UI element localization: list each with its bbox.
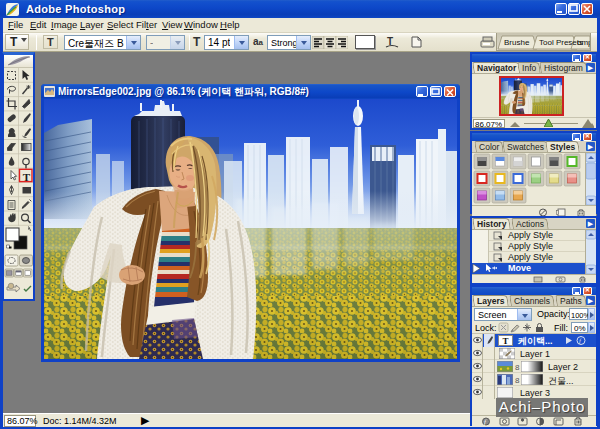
svg-text:f: f: [579, 337, 582, 345]
svg-text:omps: omps: [577, 38, 590, 47]
svg-text:T: T: [23, 171, 31, 183]
svg-text:Brushe: Brushe: [504, 38, 530, 47]
